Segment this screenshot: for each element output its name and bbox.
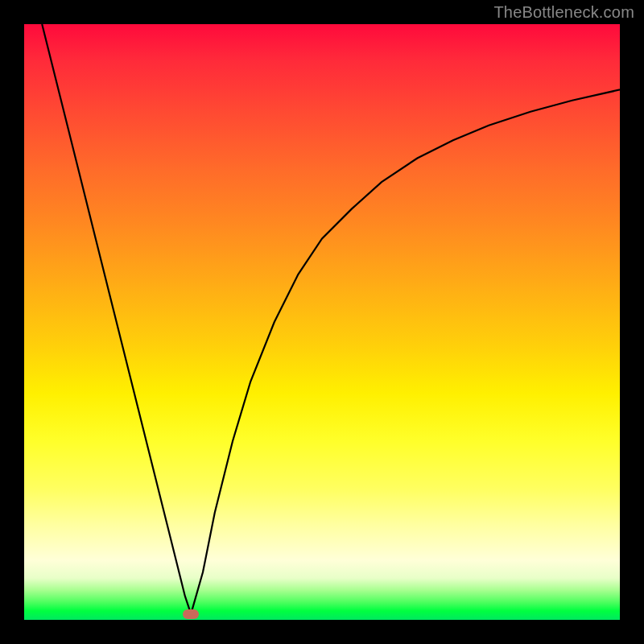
bottleneck-curve xyxy=(24,24,620,620)
watermark-text: TheBottleneck.com xyxy=(493,3,634,22)
chart-frame: TheBottleneck.com xyxy=(0,0,644,644)
curve-left-branch xyxy=(42,24,191,614)
curve-right-branch xyxy=(191,89,620,613)
optimum-marker xyxy=(183,609,199,619)
